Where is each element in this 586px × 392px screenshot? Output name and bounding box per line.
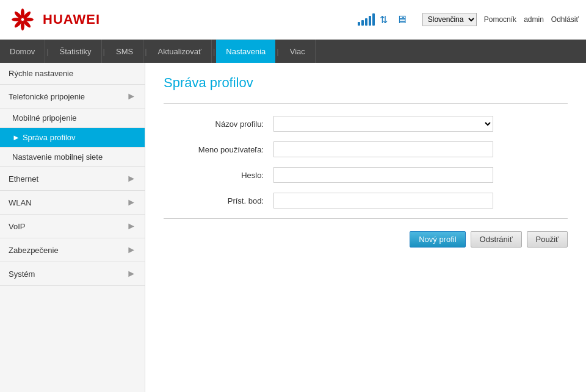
sidebar-item-rychle-nastavenie[interactable]: Rýchle nastavenie bbox=[0, 63, 145, 85]
form-row-meno: Meno používateľa: bbox=[164, 141, 568, 157]
heslo-label: Heslo: bbox=[164, 171, 273, 180]
form-divider-bottom bbox=[164, 218, 568, 219]
helper-link[interactable]: Pomocník bbox=[484, 15, 516, 24]
sidebar-item-nastavenie-mobilnej[interactable]: Nastavenie mobilnej siete bbox=[0, 148, 145, 167]
mobilne-label: Mobilné pripojenie bbox=[12, 113, 77, 123]
zabezpecenie-label: Zabezpečenie bbox=[9, 246, 59, 255]
ethernet-arrow-icon: ► bbox=[126, 173, 136, 184]
status-icons: ⇅ 🖥 bbox=[358, 13, 410, 26]
page-title: Správa profilov bbox=[164, 75, 568, 91]
active-pointer: ► bbox=[12, 133, 20, 142]
main-layout: Rýchle nastavenie Telefonické pripojenie… bbox=[0, 63, 586, 392]
meno-label: Meno používateľa: bbox=[164, 145, 273, 154]
nazov-profilu-select[interactable] bbox=[273, 116, 493, 132]
wlan-arrow-icon: ► bbox=[126, 197, 136, 208]
monitor-icon: 🖥 bbox=[393, 13, 410, 26]
nav-nastavenia[interactable]: Nastavenia bbox=[216, 40, 275, 63]
sidebar-item-mobilne[interactable]: Mobilné pripojenie bbox=[0, 109, 145, 128]
logout-link[interactable]: Odhlásiť bbox=[551, 15, 579, 24]
sidebar-item-zabezpecenie[interactable]: Zabezpečenie ► bbox=[0, 238, 145, 262]
signal-icon bbox=[358, 13, 375, 26]
wlan-label: WLAN bbox=[9, 198, 32, 207]
nav-statistiky[interactable]: Štatistiky bbox=[50, 40, 102, 63]
admin-link: admin bbox=[524, 15, 544, 24]
form-row-prist-bod: Príst. bod: bbox=[164, 193, 568, 208]
system-arrow-icon: ► bbox=[126, 268, 136, 279]
huawei-logo-icon bbox=[7, 7, 38, 32]
nav-domov[interactable]: Domov bbox=[0, 40, 45, 63]
form-row-nazov: Názov profilu: bbox=[164, 116, 568, 132]
heslo-input[interactable] bbox=[273, 167, 493, 183]
button-row: Nový profil Odstrániť Použiť bbox=[164, 231, 568, 248]
logo-text: HUAWEI bbox=[43, 12, 100, 27]
sidebar-item-wlan[interactable]: WLAN ► bbox=[0, 191, 145, 215]
header-right: ⇅ 🖥 Slovenčina Pomocník admin Odhlásiť bbox=[358, 13, 579, 26]
zabezpecenie-arrow-icon: ► bbox=[126, 244, 136, 255]
nazov-label: Názov profilu: bbox=[164, 119, 273, 129]
sprava-profilov-label: Správa profilov bbox=[23, 133, 76, 142]
nav-aktualizovat[interactable]: Aktualizovať bbox=[148, 40, 212, 63]
header: HUAWEI ⇅ 🖥 Slovenčina Pomocník admin Odh… bbox=[0, 0, 586, 40]
system-label: Systém bbox=[9, 269, 35, 279]
sidebar-item-telefonicke[interactable]: Telefonické pripojenie ► bbox=[0, 85, 145, 109]
prist-bod-input[interactable] bbox=[273, 193, 493, 208]
sidebar: Rýchle nastavenie Telefonické pripojenie… bbox=[0, 63, 145, 392]
rychle-nastavenie-label: Rýchle nastavenie bbox=[9, 69, 73, 78]
voip-label: VoIP bbox=[9, 222, 25, 231]
voip-arrow-icon: ► bbox=[126, 221, 136, 232]
sidebar-item-sprava-profilov[interactable]: ►Správa profilov bbox=[0, 128, 145, 148]
form-row-heslo: Heslo: bbox=[164, 167, 568, 183]
sidebar-item-system[interactable]: Systém ► bbox=[0, 262, 145, 286]
meno-pouzivatela-input[interactable] bbox=[273, 141, 493, 157]
form-divider-top bbox=[164, 103, 568, 104]
content-area: Správa profilov Názov profilu: Meno použ… bbox=[145, 63, 586, 392]
logo-area: HUAWEI bbox=[7, 7, 100, 32]
pouzit-button[interactable]: Použiť bbox=[527, 231, 568, 248]
prist-bod-label: Príst. bod: bbox=[164, 196, 273, 205]
nav-viac[interactable]: Viac bbox=[280, 40, 316, 63]
novy-profil-button[interactable]: Nový profil bbox=[410, 231, 465, 248]
transfer-icon: ⇅ bbox=[377, 13, 391, 26]
language-select[interactable]: Slovenčina bbox=[422, 13, 477, 26]
telefonicke-arrow-icon: ► bbox=[126, 91, 136, 102]
nastavenie-mobilnej-label: Nastavenie mobilnej siete bbox=[12, 152, 103, 162]
sidebar-item-voip[interactable]: VoIP ► bbox=[0, 215, 145, 238]
sidebar-item-ethernet[interactable]: Ethernet ► bbox=[0, 167, 145, 191]
ethernet-label: Ethernet bbox=[9, 174, 38, 184]
nav-bar: Domov | Štatistiky | SMS | Aktualizovať … bbox=[0, 40, 586, 63]
telefonicke-label: Telefonické pripojenie bbox=[9, 92, 85, 101]
nav-sms[interactable]: SMS bbox=[106, 40, 143, 63]
odstranit-button[interactable]: Odstrániť bbox=[471, 231, 522, 248]
